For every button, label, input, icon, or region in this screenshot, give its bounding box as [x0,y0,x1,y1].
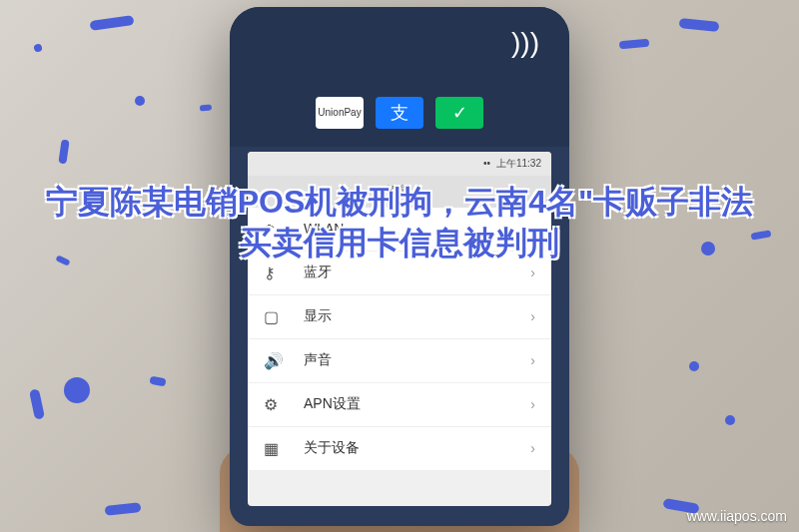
decoration [689,361,699,371]
decoration [90,15,135,31]
about-icon: ▦ [264,439,288,458]
clock: 上午11:32 [496,157,541,171]
decoration [149,376,166,387]
decoration [619,39,650,50]
chevron-right-icon: › [530,352,535,368]
signal-indicator: •• [483,158,490,169]
decoration [33,43,43,53]
settings-item-apn[interactable]: ⚙ APN设置 › [248,383,551,427]
alipay-logo: 支 [376,97,423,129]
apn-icon: ⚙ [264,395,288,414]
decoration [135,96,145,106]
device-printer-top: ))) UnionPay 支 ✓ [230,7,569,147]
sound-icon: 🔊 [264,351,288,370]
article-headline: 宁夏陈某电销POS机被刑拘，云南4名"卡贩子非法买卖信用卡信息被判刑 [0,182,799,265]
chevron-right-icon: › [530,308,535,324]
payment-logos: UnionPay 支 ✓ [230,97,569,129]
display-icon: ▢ [264,307,288,326]
settings-item-about[interactable]: ▦ 关于设备 › [248,427,551,471]
settings-label: 蓝牙 [304,264,530,281]
nfc-icon: ))) [511,27,539,59]
settings-label: APN设置 [304,395,530,413]
bluetooth-icon: ⚷ [264,264,288,282]
settings-item-display[interactable]: ▢ 显示 › [248,295,551,339]
decoration [679,18,720,32]
unionpay-logo: UnionPay [316,97,364,129]
chevron-right-icon: › [530,265,535,280]
decoration [29,388,45,419]
decoration [105,502,142,516]
settings-label: 显示 [304,307,530,325]
settings-label: 声音 [304,351,530,369]
watermark: www.iiapos.com [687,508,787,524]
pos-terminal: ))) UnionPay 支 ✓ •• 上午11:32 设置 ᯤ WLAN › … [230,7,569,526]
settings-label: 关于设备 [304,439,530,457]
status-bar: •• 上午11:32 [248,152,551,176]
device-body: ))) UnionPay 支 ✓ •• 上午11:32 设置 ᯤ WLAN › … [230,7,569,526]
chevron-right-icon: › [530,396,535,412]
chevron-right-icon: › [530,440,535,456]
wechat-logo: ✓ [435,97,483,129]
settings-item-sound[interactable]: 🔊 声音 › [248,339,551,383]
decoration [64,377,90,403]
decoration [58,140,69,165]
decoration [200,104,213,111]
decoration [725,415,735,425]
